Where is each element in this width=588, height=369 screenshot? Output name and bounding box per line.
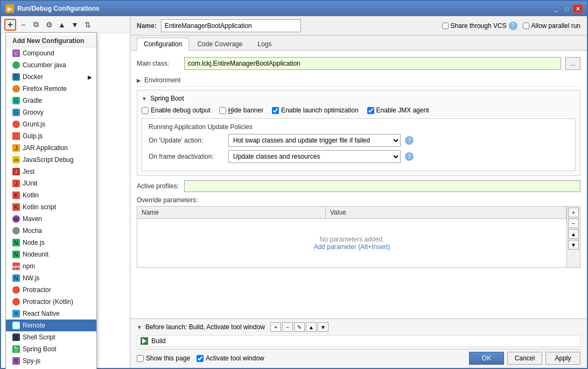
window-controls[interactable]: _ □ ✕ [551,4,583,13]
share-vcs-checkbox[interactable] [442,23,449,29]
add-config-button[interactable]: + [4,19,16,31]
popup-item-shell[interactable]: $ Shell Script [6,331,96,343]
popup-item-grunt[interactable]: Grunt.js [6,118,96,130]
copy-config-button[interactable]: ⧉ [30,19,42,31]
params-add-btn[interactable]: + [568,208,579,217]
allow-parallel-checkbox[interactable] [523,23,529,29]
maximize-btn[interactable]: □ [562,4,572,13]
params-side-buttons: + − ▲ ▼ [567,206,580,268]
spring-boot-header[interactable]: ▼ Spring Boot [142,95,576,102]
before-launch-remove-btn[interactable]: − [282,322,293,332]
popup-item-nodeunit[interactable]: N Nodeunit [6,249,96,260]
popup-item-label: Shell Script [23,333,55,341]
popup-item-maven[interactable]: m Maven [6,213,96,225]
name-input[interactable] [161,19,301,32]
left-panel: + − ⧉ ⚙ ▲ ▼ ⇅ Add New Configuration C Co… [1,16,130,368]
popup-item-remote[interactable]: ⊡ Remote [6,320,96,331]
popup-item-springboot[interactable]: 🍃 Spring Boot [6,343,96,355]
popup-item-protractor[interactable]: Protractor [6,284,96,296]
popup-item-cucumber[interactable]: Cucumber java [6,59,96,71]
popup-item-junit[interactable]: J JUnit [6,178,96,189]
before-launch-edit-btn[interactable]: ✎ [294,322,305,332]
popup-item-label: Gulp.js [23,132,43,140]
popup-item-groovy[interactable]: G Groovy [6,107,96,118]
move-up-button[interactable]: ▲ [56,19,68,31]
build-play-arrow [142,338,146,344]
hide-banner-checkbox[interactable] [219,107,226,114]
before-launch-up-btn[interactable]: ▲ [306,322,317,332]
tab-logs[interactable]: Logs [250,38,278,50]
on-frame-select[interactable]: Update classes and resources [228,150,401,163]
show-page-checkbox[interactable] [137,355,144,362]
params-scroll-down-btn[interactable]: ▼ [568,240,579,250]
left-toolbar: + − ⧉ ⚙ ▲ ▼ ⇅ [1,16,130,33]
popup-item-protractor-kotlin[interactable]: Protractor (Kotlin) [6,296,96,308]
build-launch-item: Build [137,335,580,347]
name-label: Name: [137,22,157,30]
main-class-input[interactable] [184,57,561,70]
before-launch-header: ▼ Before launch: Build, Activate tool wi… [137,322,580,332]
popup-item-react[interactable]: ⚛ React Native [6,308,96,320]
sort-button[interactable]: ⇅ [82,19,94,31]
on-frame-help[interactable]: ? [405,152,414,161]
apply-button[interactable]: Apply [545,352,580,365]
on-update-row: On 'Update' action: Hot swap classes and… [149,134,569,147]
add-param-link[interactable]: Add parameter (Alt+Insert) [314,243,390,251]
browse-main-class-btn[interactable]: ... [565,57,580,70]
popup-item-spyjs[interactable]: S Spy-js [6,355,96,367]
popup-item-gradle[interactable]: G Gradle [6,95,96,107]
show-page-cb-item: Show this page [137,354,190,362]
remove-config-button[interactable]: − [17,19,29,31]
popup-item-mocha[interactable]: Mocha [6,225,96,237]
groovy-icon: G [12,109,20,116]
params-scroll-up-btn[interactable]: ▲ [568,229,579,239]
title-bar: ▶ Run/Debug Configurations _ □ ✕ [1,1,587,16]
popup-item-jsdebug[interactable]: JS JavaScript Debug [6,154,96,166]
popup-item-jar[interactable]: J JAR Application [6,142,96,154]
share-vcs-label: Share through VCS [451,22,507,30]
popup-item-gulp[interactable]: Gulp.js [6,130,96,142]
build-label: Build [151,337,166,345]
protractor-kotlin-icon [12,298,20,306]
move-down-button[interactable]: ▼ [69,19,81,31]
on-update-select[interactable]: Hot swap classes and update trigger file… [228,134,401,147]
enable-jmx-agent-checkbox[interactable] [367,107,374,114]
on-update-help[interactable]: ? [405,136,414,145]
popup-item-nodejs[interactable]: N Node.js [6,237,96,249]
popup-item-npm[interactable]: npm npm [6,260,96,272]
cancel-button[interactable]: Cancel [507,352,542,365]
enable-launch-optimization-checkbox[interactable] [272,107,279,114]
tab-configuration[interactable]: Configuration [137,38,189,51]
tab-code-coverage[interactable]: Code Coverage [190,38,249,50]
docker-icon: D [12,73,20,81]
popup-item-compound[interactable]: C Compound [6,47,96,59]
active-profiles-input[interactable] [184,180,580,192]
main-class-row: Main class: ... [137,57,580,70]
popup-item-spyjs-node[interactable]: S Spy-js for Node.js [6,367,96,368]
settings-button[interactable]: ⚙ [43,19,55,31]
share-vcs-help[interactable]: ? [509,22,517,30]
enable-debug-output-label: Enable debug output [151,107,211,114]
add-param-label[interactable]: Add parameter [314,243,356,251]
enable-debug-output-checkbox[interactable] [142,107,149,114]
close-btn[interactable]: ✕ [573,4,583,13]
popup-item-nw[interactable]: N NW.js [6,272,96,284]
popup-item-label: Gradle [23,97,42,104]
popup-item-label: JUnit [23,180,37,187]
popup-item-kotlin[interactable]: K Kotlin [6,189,96,201]
main-class-label: Main class: [137,60,180,67]
params-remove-btn[interactable]: − [568,218,579,228]
environment-expander[interactable]: ▶ Environment [137,74,580,87]
ok-button[interactable]: OK [469,352,504,365]
popup-item-docker[interactable]: D Docker ▶ [6,71,96,83]
popup-item-jest[interactable]: J Jest [6,166,96,178]
footer-checkboxes: Show this page Activate tool window [137,354,264,362]
popup-item-firefox[interactable]: Firefox Remote [6,83,96,95]
minimize-btn[interactable]: _ [551,4,561,13]
before-launch-down-btn[interactable]: ▼ [318,322,328,332]
popup-item-label: Jest [23,168,34,175]
build-icon [141,337,148,345]
popup-item-kotlin-script[interactable]: K Kotlin script [6,201,96,213]
before-launch-add-btn[interactable]: + [270,322,281,332]
activate-window-checkbox[interactable] [197,355,204,362]
